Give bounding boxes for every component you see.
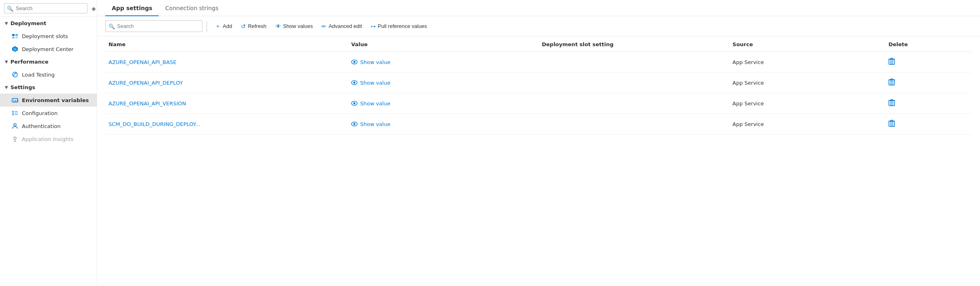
nav-group-settings[interactable]: ▼ Settings xyxy=(0,81,97,94)
sidebar-item-configuration[interactable]: Configuration xyxy=(0,107,97,120)
svg-rect-13 xyxy=(15,111,18,112)
load-testing-icon xyxy=(11,71,19,78)
sidebar-item-environment-variables[interactable]: {x} Environment variables xyxy=(0,94,97,107)
col-header-name: Name xyxy=(105,36,348,52)
svg-text:{x}: {x} xyxy=(13,99,18,102)
col-header-delete: Delete xyxy=(885,36,972,52)
row-source-1: App Service xyxy=(729,73,885,93)
tab-connection-strings[interactable]: Connection strings xyxy=(159,0,225,16)
nav-section-settings: ▼ Settings {x} Environment variables xyxy=(0,81,97,145)
svg-point-28 xyxy=(354,82,356,84)
row-show-value-2[interactable]: Show value xyxy=(351,100,535,107)
nav-group-performance[interactable]: ▼ Performance xyxy=(0,55,97,68)
sidebar-search-input[interactable] xyxy=(4,3,87,13)
nav-section-deployment: ▼ Deployment Deployment slots De xyxy=(0,17,97,55)
sidebar-item-deployment-slots[interactable]: Deployment slots xyxy=(0,30,97,43)
nav-group-deployment-label: Deployment xyxy=(11,20,47,26)
show-values-button[interactable]: 👁 Show values xyxy=(271,21,317,32)
svg-point-42 xyxy=(354,123,356,125)
svg-point-6 xyxy=(13,72,17,77)
pull-reference-label: Pull reference values xyxy=(378,23,427,29)
svg-point-7 xyxy=(15,73,17,74)
table-container: Name Value Deployment slot setting Sourc… xyxy=(97,36,980,286)
sidebar-item-authentication[interactable]: Authentication xyxy=(0,120,97,132)
row-name-0[interactable]: AZURE_OPENAI_API_BASE xyxy=(109,59,177,65)
tabs-bar: App settings Connection strings xyxy=(97,0,980,16)
sidebar-item-load-testing[interactable]: Load Testing xyxy=(0,68,97,81)
row-name-1[interactable]: AZURE_OPENAI_API_DEPLOY xyxy=(109,80,183,86)
sidebar-search-icon: 🔍 xyxy=(7,5,13,11)
pull-reference-icon: ↦ xyxy=(371,23,376,30)
sidebar-item-deployment-slots-label: Deployment slots xyxy=(22,33,68,39)
nav-group-deployment[interactable]: ▼ Deployment xyxy=(0,17,97,30)
nav-group-settings-label: Settings xyxy=(11,84,35,90)
sidebar-item-deployment-center[interactable]: Deployment Center xyxy=(0,43,97,55)
col-header-value: Value xyxy=(348,36,539,52)
table-row: AZURE_OPENAI_API_DEPLOY Show valueApp Se… xyxy=(105,73,972,93)
advanced-edit-button[interactable]: ✏ Advanced edit xyxy=(317,21,366,32)
row-show-value-1[interactable]: Show value xyxy=(351,80,535,86)
svg-rect-10 xyxy=(12,111,14,112)
show-values-label: Show values xyxy=(283,23,313,29)
table-header-row: Name Value Deployment slot setting Sourc… xyxy=(105,36,972,52)
row-delete-button-1[interactable] xyxy=(888,80,895,87)
chevron-performance-icon: ▼ xyxy=(5,60,8,64)
svg-point-35 xyxy=(354,102,356,105)
nav-section-performance: ▼ Performance Load Testing xyxy=(0,55,97,81)
configuration-icon xyxy=(11,109,19,117)
chevron-deployment-icon: ▼ xyxy=(5,21,8,26)
row-delete-button-0[interactable] xyxy=(888,59,895,66)
pull-reference-button[interactable]: ↦ Pull reference values xyxy=(367,21,431,32)
svg-point-16 xyxy=(14,124,16,126)
main-content: App settings Connection strings 🔍 ＋ Add … xyxy=(97,0,980,286)
row-show-value-0[interactable]: Show value xyxy=(351,59,535,65)
sidebar-item-configuration-label: Configuration xyxy=(22,110,58,116)
svg-rect-12 xyxy=(12,114,14,115)
row-slot-setting-3 xyxy=(539,114,729,134)
table-row: AZURE_OPENAI_API_BASE Show valueApp Serv… xyxy=(105,52,972,73)
sidebar-pin-button[interactable]: ◈ xyxy=(90,4,97,13)
table-row: AZURE_OPENAI_API_VERSION Show valueApp S… xyxy=(105,93,972,114)
sidebar-item-application-insights[interactable]: Application Insights xyxy=(0,132,97,145)
toolbar: 🔍 ＋ Add ↺ Refresh 👁 Show values ✏ Advanc… xyxy=(97,16,980,36)
add-icon: ＋ xyxy=(215,23,221,30)
sidebar-item-deployment-center-label: Deployment Center xyxy=(22,46,73,52)
row-source-3: App Service xyxy=(729,114,885,134)
authentication-icon xyxy=(11,122,19,130)
nav-group-performance-label: Performance xyxy=(11,59,49,65)
col-header-slot-setting: Deployment slot setting xyxy=(539,36,729,52)
sidebar-search-wrap: 🔍 xyxy=(4,3,87,13)
svg-point-21 xyxy=(354,61,356,63)
svg-rect-2 xyxy=(12,37,15,38)
refresh-label: Refresh xyxy=(248,23,266,29)
row-delete-button-3[interactable] xyxy=(888,121,895,128)
advanced-edit-icon: ✏ xyxy=(322,23,326,30)
show-values-icon: 👁 xyxy=(275,23,281,30)
sidebar-item-environment-variables-label: Environment variables xyxy=(22,97,89,103)
refresh-icon: ↺ xyxy=(241,23,246,30)
svg-rect-0 xyxy=(12,34,15,36)
table-row: SCM_DO_BUILD_DURING_DEPLOY... Show value… xyxy=(105,114,972,134)
sidebar: 🔍 ◈ « ▼ Deployment Deployment slots xyxy=(0,0,97,286)
toolbar-search-icon: 🔍 xyxy=(109,23,115,29)
environment-variables-icon: {x} xyxy=(11,96,19,104)
row-name-2[interactable]: AZURE_OPENAI_API_VERSION xyxy=(109,100,186,107)
svg-rect-15 xyxy=(15,114,18,115)
row-name-3[interactable]: SCM_DO_BUILD_DURING_DEPLOY... xyxy=(109,121,200,127)
toolbar-search-input[interactable] xyxy=(105,20,202,32)
row-delete-button-2[interactable] xyxy=(888,100,895,108)
row-show-value-3[interactable]: Show value xyxy=(351,121,535,127)
svg-rect-11 xyxy=(12,113,14,113)
sidebar-icons-row: ◈ « xyxy=(90,4,97,13)
deployment-slots-icon xyxy=(11,32,19,40)
row-source-2: App Service xyxy=(729,93,885,114)
chevron-settings-icon: ▼ xyxy=(5,85,8,90)
refresh-button[interactable]: ↺ Refresh xyxy=(237,21,271,32)
svg-rect-14 xyxy=(15,113,18,113)
svg-rect-1 xyxy=(15,34,18,36)
row-slot-setting-0 xyxy=(539,52,729,73)
tab-app-settings[interactable]: App settings xyxy=(105,0,159,16)
add-button[interactable]: ＋ Add xyxy=(211,21,236,32)
toolbar-divider xyxy=(207,21,207,32)
row-slot-setting-1 xyxy=(539,73,729,93)
